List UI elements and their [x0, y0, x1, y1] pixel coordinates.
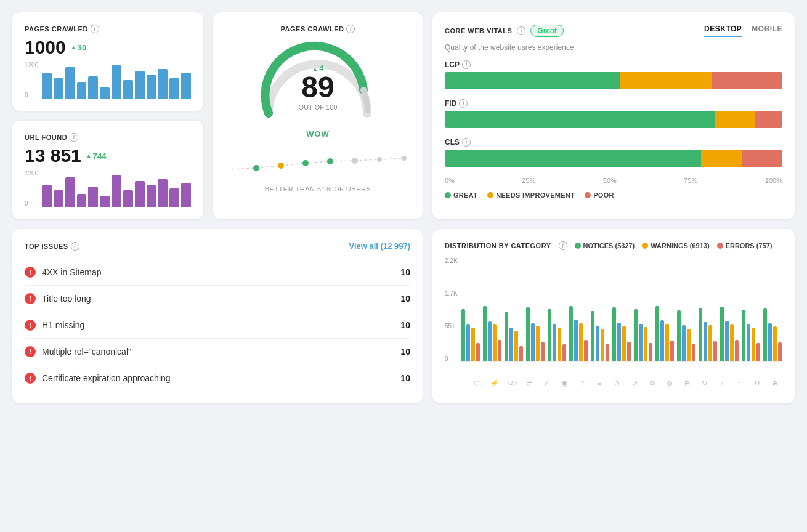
top-issues-card: TOP ISSUES i View all (12 997) ! 4XX in … — [12, 229, 423, 403]
dist-bar — [708, 325, 712, 361]
gauge-trend-svg — [225, 146, 410, 177]
bar — [158, 179, 168, 207]
dist-bar — [514, 331, 518, 361]
distribution-card: DISTRIBUTION BY CATEGORY i NOTICES (5327… — [432, 229, 795, 403]
dist-col — [548, 309, 567, 361]
cwv-cls-label: CLS i — [445, 138, 782, 147]
tab-mobile[interactable]: MOBILE — [752, 25, 782, 37]
dist-icon: ≡ — [592, 379, 607, 387]
legend-needs-improvement-dot — [487, 192, 493, 198]
dist-bar — [493, 324, 497, 361]
cwv-info-icon[interactable]: i — [517, 26, 525, 35]
pages-crawled-info-icon[interactable]: i — [91, 25, 99, 33]
url-found-info-icon[interactable]: i — [70, 133, 78, 142]
bar — [181, 73, 191, 99]
dist-col — [569, 306, 588, 361]
tab-desktop[interactable]: DESKTOP — [704, 25, 742, 37]
cwv-fid-label: FID i — [445, 99, 782, 108]
cwv-cls-row: CLS i — [445, 138, 782, 167]
dist-icon: ☑ — [715, 379, 729, 387]
svg-point-6 — [402, 156, 407, 161]
bar — [100, 196, 110, 207]
cls-orange-seg — [701, 150, 742, 167]
legend-poor-dot — [585, 192, 591, 198]
bar — [169, 78, 179, 99]
cwv-lcp-row: LCP i — [445, 60, 782, 89]
dist-icon: ✓ — [540, 379, 554, 387]
dist-bar — [756, 343, 760, 361]
distribution-info-icon[interactable]: i — [559, 241, 567, 250]
dist-dot-errors — [717, 243, 723, 249]
dist-bar — [725, 321, 729, 361]
cwv-header: CORE WEB VITALS i Great DESKTOP MOBILE — [445, 25, 782, 37]
svg-point-3 — [327, 158, 333, 164]
gauge-info-icon[interactable]: i — [346, 25, 355, 33]
top-issues-title: TOP ISSUES i — [25, 242, 79, 251]
dist-bar — [498, 340, 501, 361]
dist-bar — [541, 342, 545, 361]
issue-error-icon: ! — [25, 346, 36, 357]
dist-legend-notices: NOTICES (5327) — [575, 242, 635, 249]
issue-count-0: 10 — [400, 267, 410, 277]
bar — [42, 73, 52, 99]
dist-bar — [471, 328, 475, 361]
gauge-center: 4 89 OUT OF 100 — [299, 64, 338, 111]
dist-bar — [639, 324, 643, 361]
dist-bar — [677, 310, 681, 361]
cwv-tabs: DESKTOP MOBILE — [704, 25, 782, 37]
fid-info-icon[interactable]: i — [459, 99, 468, 108]
dist-bar — [735, 340, 739, 361]
top-issues-info-icon[interactable]: i — [71, 242, 79, 251]
url-found-title: URL FOUND i — [25, 133, 191, 142]
bar — [77, 82, 87, 99]
legend-great: GREAT — [445, 191, 477, 199]
dist-bar — [569, 306, 573, 361]
pages-crawled-value: 1000 30 — [25, 37, 191, 58]
dist-bar — [591, 311, 594, 361]
dist-col — [634, 309, 653, 361]
svg-point-4 — [352, 158, 358, 164]
lcp-green-seg — [445, 72, 620, 89]
view-all-link[interactable]: View all (12 997) — [349, 241, 411, 251]
bar — [123, 190, 133, 207]
gauge-trend — [225, 146, 410, 179]
legend-great-dot — [445, 192, 451, 198]
bar — [100, 87, 110, 99]
url-found-y-labels: 1200 0 — [25, 170, 38, 207]
dist-bar — [692, 344, 695, 361]
dist-bar — [660, 320, 664, 361]
bar — [169, 188, 179, 207]
cls-info-icon[interactable]: i — [462, 138, 471, 147]
gauge-card: PAGES CRAWLED i 4 89 OUT OF 100 WOW — [213, 12, 423, 219]
gauge-title: PAGES CRAWLED i — [281, 25, 355, 33]
svg-point-1 — [278, 163, 284, 169]
issue-row: ! Title too long 10 — [25, 286, 410, 312]
dist-col — [655, 306, 675, 361]
issue-row: ! Certificate expiration approaching 10 — [25, 365, 410, 391]
legend-needs-improvement: NEEDS IMPROVEMENT — [487, 191, 575, 199]
lcp-info-icon[interactable]: i — [462, 60, 471, 69]
dist-bar — [773, 326, 777, 361]
bar — [135, 181, 145, 207]
dist-bar — [531, 323, 535, 361]
dist-y-labels: 2.2K 1.7K 551 0 — [445, 257, 458, 362]
bar — [77, 194, 87, 207]
issue-name-3: Multiple rel="canonical" — [42, 347, 394, 357]
gauge-score: 89 — [299, 73, 338, 102]
cwv-legend: GREAT NEEDS IMPROVEMENT POOR — [445, 191, 782, 199]
bar — [158, 69, 168, 99]
gauge-out-of: OUT OF 100 — [299, 103, 338, 111]
cwv-fid-row: FID i — [445, 99, 782, 128]
bar — [123, 80, 133, 99]
issue-error-icon: ! — [25, 293, 36, 304]
dist-col — [505, 312, 524, 361]
pages-crawled-title: PAGES CRAWLED i — [25, 25, 191, 33]
issue-count-4: 10 — [400, 373, 410, 383]
dist-bar — [655, 306, 659, 361]
issue-error-icon: ! — [25, 320, 36, 331]
url-found-bars — [25, 170, 191, 207]
issue-name-0: 4XX in Sitemap — [42, 267, 394, 277]
svg-point-0 — [253, 165, 259, 171]
dist-bar — [747, 324, 750, 361]
dist-bar — [558, 328, 561, 361]
